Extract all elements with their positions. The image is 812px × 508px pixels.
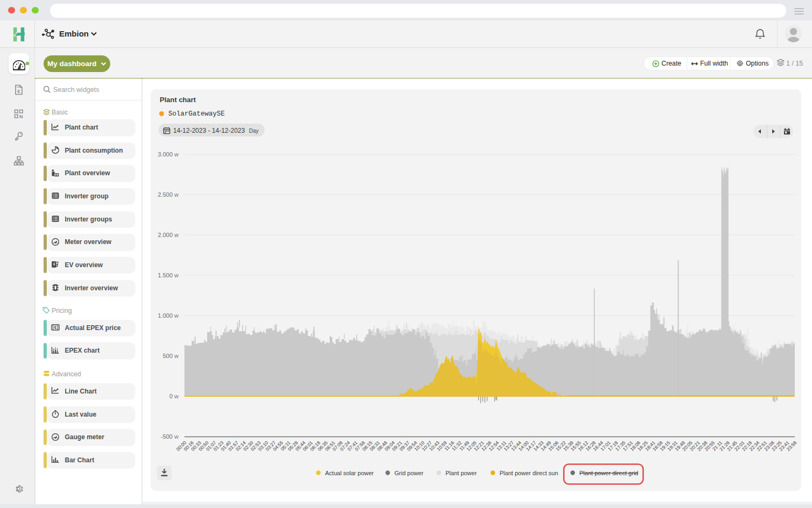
svg-text:-500: -500 (161, 433, 173, 440)
svg-text:N: N (19, 114, 23, 119)
svg-text:Actual solar power: Actual solar power (325, 470, 374, 476)
svg-text:€: € (17, 88, 20, 94)
svg-text:500: 500 (163, 353, 173, 359)
svg-text:Plant power direct grid: Plant power direct grid (580, 470, 638, 476)
svg-text:Plant power direct sun: Plant power direct sun (500, 470, 558, 476)
svg-text:W: W (174, 313, 179, 319)
svg-text:Plant power: Plant power (446, 470, 477, 476)
svg-text:0: 0 (169, 393, 173, 399)
svg-text:1.000: 1.000 (158, 312, 173, 319)
svg-text:1.500: 1.500 (158, 272, 173, 278)
svg-text:Grid power: Grid power (395, 470, 424, 476)
svg-text:W: W (174, 354, 179, 359)
svg-text:W: W (174, 434, 179, 440)
svg-text:W: W (174, 233, 179, 238)
svg-text:W: W (174, 394, 179, 399)
svg-text:3.000: 3.000 (158, 151, 173, 158)
svg-text:W: W (174, 273, 179, 278)
svg-text:2.500: 2.500 (158, 191, 173, 198)
svg-text:W: W (174, 152, 179, 158)
svg-text:W: W (174, 192, 179, 198)
svg-text:2.000: 2.000 (158, 232, 173, 238)
